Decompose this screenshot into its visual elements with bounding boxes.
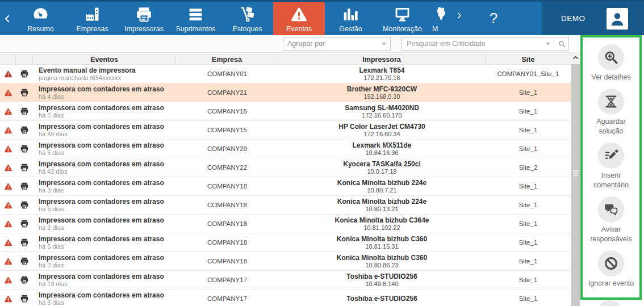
action-ignorar-evento[interactable]: Ignorar evento bbox=[584, 250, 638, 288]
company-cell: COMPANY18 bbox=[176, 252, 278, 270]
event-detail: pagina manchada t654xxxxxx bbox=[39, 74, 121, 82]
action-ver-detalhes[interactable]: Ver detalhes bbox=[584, 44, 638, 82]
nav-item-eventos[interactable]: Eventos bbox=[273, 2, 325, 35]
nav-back-button[interactable] bbox=[0, 2, 15, 35]
table-row[interactable]: Impressora com contadores em atrasohá 5 … bbox=[0, 140, 571, 158]
nav-item-empresas[interactable]: Empresas bbox=[66, 2, 118, 35]
chevron-down-icon[interactable] bbox=[546, 43, 550, 45]
event-detail: há 5 dias bbox=[39, 243, 64, 250]
event-title: Impressora com contadores em atraso bbox=[39, 104, 164, 112]
severity-cell bbox=[0, 233, 16, 251]
event-title: Impressora com contadores em atraso bbox=[39, 198, 164, 206]
warning-triangle-icon bbox=[4, 182, 12, 191]
action-circle bbox=[598, 142, 624, 169]
scrollbar-thumb[interactable] bbox=[571, 64, 580, 306]
nav-item-resumo[interactable]: Resumo bbox=[15, 2, 66, 35]
action-aguardar-solucao[interactable]: Aguardar solução bbox=[584, 89, 638, 136]
warning-triangle-icon bbox=[4, 70, 12, 78]
printer-icon-cell bbox=[16, 196, 33, 214]
warning-triangle-icon bbox=[4, 201, 12, 209]
nav-overflow-button[interactable] bbox=[450, 2, 468, 35]
printer-small-icon bbox=[20, 88, 29, 97]
action-avisar-responsaveis[interactable]: Avisar responsáveis bbox=[584, 196, 638, 244]
event-title: Impressora com contadores em atraso bbox=[39, 216, 164, 224]
table-row[interactable]: Impressora com contadores em atrasohá 40… bbox=[0, 121, 571, 140]
table-row[interactable]: Impressora com contadores em atrasohá 42… bbox=[0, 158, 571, 177]
company-cell: COMPANY18 bbox=[176, 196, 278, 214]
action-inserir-comentario[interactable]: Inserir comentário bbox=[584, 142, 638, 190]
printer-model: Lexmark T654 bbox=[359, 66, 404, 74]
company-cell: COMPANY15 bbox=[176, 102, 278, 120]
column-header[interactable]: Eventos bbox=[33, 54, 176, 65]
nav-item-gestao[interactable]: Gestão bbox=[325, 2, 377, 35]
nav-item-impressoras[interactable]: Impressoras bbox=[118, 2, 170, 35]
monitor-icon bbox=[394, 6, 411, 23]
search-icon[interactable] bbox=[558, 40, 566, 48]
event-cell: Impressora com contadores em atrasohá 3 … bbox=[33, 215, 176, 233]
event-detail: há 3 dias bbox=[39, 224, 64, 232]
event-cell: Impressora com contadores em atrasohá 5 … bbox=[33, 140, 176, 158]
group-by-dropdown[interactable]: Agrupar por bbox=[283, 37, 391, 51]
search-input[interactable] bbox=[405, 39, 546, 48]
company-cell: COMPANY17 bbox=[176, 290, 278, 306]
printer-small-icon bbox=[20, 125, 29, 135]
help-button[interactable]: ? bbox=[468, 2, 519, 35]
event-title: Impressora com contadores em atraso bbox=[39, 85, 164, 93]
event-cell: Impressora com contadores em atrasohá 4 … bbox=[33, 83, 176, 102]
event-title: Impressora com contadores em atraso bbox=[39, 160, 164, 168]
nav-item-mapa[interactable]: M bbox=[428, 2, 450, 35]
printer-ip: 192.168.0.30 bbox=[363, 93, 400, 100]
table-row[interactable]: Evento manual de impressorapagina mancha… bbox=[0, 65, 571, 83]
event-title: Evento manual de impressora bbox=[39, 66, 136, 74]
chevron-right-icon bbox=[455, 11, 463, 20]
account-section[interactable]: DEMO bbox=[542, 2, 644, 35]
nav-item-label: Resumo bbox=[27, 25, 54, 33]
table-row[interactable]: Impressora com contadores em atrasohá 3 … bbox=[0, 177, 571, 196]
event-detail: há 40 dias bbox=[39, 131, 68, 138]
vertical-scrollbar[interactable] bbox=[571, 52, 580, 306]
action-circle bbox=[598, 89, 624, 115]
event-cell: Impressora com contadores em atrasohá 3 … bbox=[33, 252, 176, 270]
table-row[interactable]: Impressora com contadores em atrasohá 5 … bbox=[0, 102, 571, 121]
printer-model: Toshiba e-STUDIO256 bbox=[346, 273, 417, 280]
column-header[interactable]: Site bbox=[486, 54, 571, 65]
avatar[interactable] bbox=[607, 8, 628, 30]
event-cell: Impressora com contadores em atrasohá 5 … bbox=[33, 102, 176, 120]
printer-cell: Konica Minolta bizhub C36010.80.86.23 bbox=[278, 252, 486, 270]
company-cell: COMPANY20 bbox=[176, 140, 278, 158]
table-row[interactable]: Impressora com contadores em atrasohá 4 … bbox=[0, 83, 571, 102]
scroll-up-button[interactable] bbox=[571, 52, 580, 62]
action-partial-circle[interactable] bbox=[597, 300, 623, 306]
table-row[interactable]: Impressora com contadores em atrasohá 3 … bbox=[0, 215, 571, 233]
column-header[interactable]: Empresa bbox=[176, 54, 278, 65]
scrollbar-grip bbox=[571, 169, 580, 177]
site-cell: Site_1 bbox=[486, 177, 571, 195]
printer-icon-cell bbox=[16, 140, 33, 158]
nav-item-monitoracao[interactable]: Monitoração bbox=[377, 2, 428, 35]
event-detail: há 42 dias bbox=[39, 168, 68, 175]
printer-cell: Lexmark T654172.21.70.16 bbox=[278, 65, 486, 83]
column-header[interactable]: Impressora bbox=[278, 54, 486, 65]
nav-item-suprimentos[interactable]: Suprimentos bbox=[170, 2, 221, 35]
printer-small-icon bbox=[20, 69, 29, 78]
warning-triangle-icon bbox=[4, 89, 12, 97]
nav-item-label: Empresas bbox=[76, 25, 108, 33]
severity-cell bbox=[0, 140, 16, 158]
printer-icon-cell bbox=[16, 290, 33, 306]
severity-cell bbox=[0, 252, 16, 270]
event-detail: há 4 dias bbox=[39, 93, 64, 100]
table-row[interactable]: Impressora com contadores em atrasohá 5 … bbox=[0, 290, 571, 306]
table-row[interactable]: Impressora com contadores em atrasohá 13… bbox=[0, 271, 571, 290]
factory-icon bbox=[83, 6, 101, 23]
table-row[interactable]: Impressora com contadores em atrasohá 5 … bbox=[0, 233, 571, 252]
chat-bubbles-icon bbox=[604, 202, 618, 217]
company-cell: COMPANY15 bbox=[176, 121, 278, 139]
table-row[interactable]: Impressora com contadores em atrasohá 5 … bbox=[0, 196, 571, 215]
table-row[interactable]: Impressora com contadores em atrasohá 3 … bbox=[0, 252, 571, 271]
printer-small-icon bbox=[20, 219, 29, 228]
group-by-label: Agrupar por bbox=[287, 40, 325, 48]
printer-icon-cell bbox=[16, 271, 33, 289]
printer-model: Konica Minolta bizhub C360 bbox=[337, 254, 427, 262]
printer-model: Konica Minolta bizhub C360 bbox=[337, 235, 427, 243]
nav-item-estoques[interactable]: Estoques bbox=[221, 2, 273, 35]
